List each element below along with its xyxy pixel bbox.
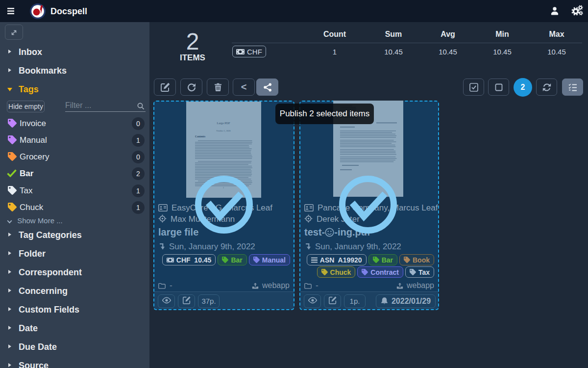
svg-text:Large PDF: Large PDF <box>217 121 230 125</box>
svg-text:Contents: Contents <box>195 135 205 138</box>
